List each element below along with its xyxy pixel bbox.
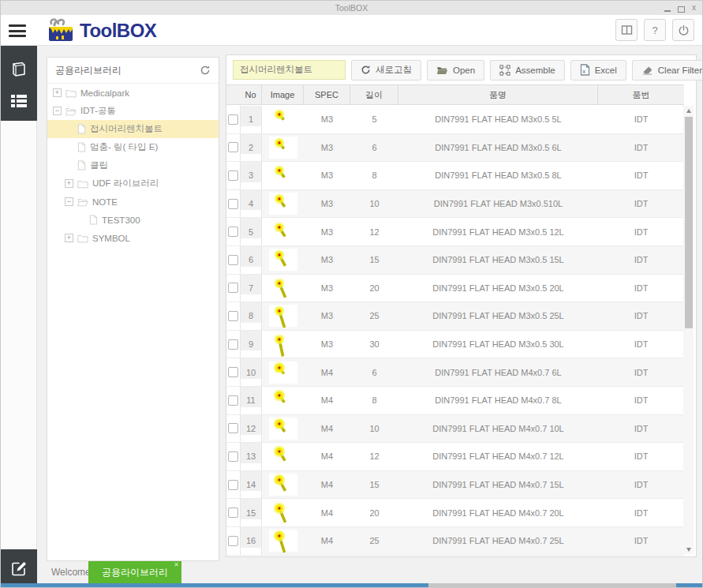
table-row[interactable]: 1 M3 5 DIN7991 FLAT HEAD M3x0.5 5L IDT (226, 106, 684, 134)
tree-refresh-button[interactable] (200, 65, 211, 76)
col-no[interactable]: No (240, 85, 262, 104)
table-row[interactable]: 15 M4 20 DIN7991 FLAT HEAD M4x0.7 20L ID… (226, 499, 684, 527)
split-view-button[interactable] (615, 19, 638, 41)
cell-length: 10 (350, 415, 398, 443)
cell-spec: M4 (304, 415, 350, 443)
cell-length: 25 (350, 527, 398, 555)
scrollbar-thumb[interactable] (685, 117, 693, 328)
table-row[interactable]: 14 M4 15 DIN7991 FLAT HEAD M4x0.7 15L ID… (226, 471, 684, 500)
tree-item[interactable]: 멈춤- 링( 타입 E) (47, 138, 219, 156)
tree-item[interactable]: + Medicalpark (47, 84, 219, 102)
col-spec[interactable]: SPEC (304, 85, 350, 104)
scroll-up-icon[interactable] (683, 106, 694, 115)
folder-open-icon (65, 107, 77, 116)
row-checkbox[interactable] (228, 339, 238, 350)
cell-no: 6 (240, 246, 262, 274)
table-row[interactable]: 2 M3 6 DIN7991 FLAT HEAD M3x0.5 6L IDT (226, 134, 684, 163)
cell-no: 10 (240, 358, 262, 386)
tree-expander-icon[interactable]: + (53, 88, 62, 97)
cell-spec: M4 (304, 358, 350, 386)
row-checkbox[interactable] (228, 311, 238, 321)
tree-expander-icon[interactable]: − (65, 197, 73, 206)
tree-item[interactable]: − IDT-공통 (47, 102, 219, 120)
open-button[interactable]: Open (427, 60, 484, 81)
table-row[interactable]: 3 M3 8 DIN7991 FLAT HEAD M3x0.5 8L IDT (226, 162, 684, 190)
cell-code: IDT (598, 218, 684, 245)
col-code[interactable]: 품번 (598, 85, 684, 104)
row-checkbox[interactable] (228, 367, 238, 377)
tree-item[interactable]: + SYMBOL (47, 229, 219, 247)
row-checkbox[interactable] (228, 507, 238, 518)
table-row[interactable]: 13 M4 12 DIN7991 FLAT HEAD M4x0.7 12L ID… (226, 443, 684, 471)
tree-item-list: + Medicalpark − IDT-공통 접시머리렌치볼트 멈춤- 링( 타… (47, 84, 219, 247)
cell-name: DIN7991 FLAT HEAD M4x0.7 15L (398, 471, 598, 499)
row-checkbox[interactable] (228, 283, 238, 293)
table-row[interactable]: 6 M3 15 DIN7991 FLAT HEAD M3x0.5 15L IDT (226, 246, 684, 275)
refresh-list-button[interactable]: 새로고침 (351, 60, 421, 81)
bolt-image (269, 333, 297, 355)
tree-expander-icon[interactable]: − (53, 107, 62, 115)
row-checkbox[interactable] (228, 199, 238, 209)
vertical-scrollbar[interactable] (683, 106, 694, 554)
bolt-image (269, 361, 297, 384)
cell-length: 8 (350, 162, 398, 189)
table-row[interactable]: 12 M4 10 DIN7991 FLAT HEAD M4x0.7 10L ID… (226, 415, 684, 444)
cell-spec: M3 (304, 275, 350, 302)
table-row[interactable]: 11 M4 8 DIN7991 FLAT HEAD M4x0.7 8L IDT (226, 387, 684, 415)
row-checkbox[interactable] (228, 480, 238, 490)
cell-no: 14 (240, 471, 262, 499)
row-checkbox[interactable] (228, 255, 238, 265)
col-image[interactable]: Image (262, 85, 304, 104)
cell-name: DIN7991 FLAT HEAD M3x0.5 8L (398, 162, 598, 189)
table-row[interactable]: 9 M3 30 DIN7991 FLAT HEAD M3x0.5 30L IDT (226, 331, 684, 359)
row-checkbox[interactable] (228, 114, 238, 125)
file-icon (77, 142, 86, 152)
table-row[interactable]: 10 M4 6 DIN7991 FLAT HEAD M4x0.7 6L IDT (226, 358, 684, 387)
tab-close-icon[interactable]: ✕ (174, 562, 179, 568)
row-checkbox[interactable] (228, 423, 238, 433)
excel-button[interactable]: x Excel (570, 60, 626, 81)
tab-welcome[interactable]: Welcome (51, 567, 91, 578)
folder-icon (65, 88, 77, 98)
row-checkbox[interactable] (228, 451, 238, 462)
clear-filter-button[interactable]: Clear Filter (632, 60, 703, 81)
tree-expander-icon[interactable]: + (65, 179, 73, 188)
maximize-icon[interactable] (678, 6, 685, 13)
list-nav-button[interactable] (9, 92, 28, 110)
eraser-icon (641, 65, 653, 75)
row-checkbox[interactable] (228, 227, 238, 237)
cell-spec: M4 (304, 499, 350, 526)
row-checkbox[interactable] (228, 142, 238, 152)
hamburger-menu-icon[interactable] (9, 24, 26, 37)
row-checkbox[interactable] (228, 536, 238, 546)
cell-length: 30 (350, 331, 398, 358)
book-icon (10, 62, 28, 77)
library-nav-button[interactable] (9, 60, 28, 79)
tab-library[interactable]: 공용라이브러리 ✕ (88, 561, 181, 584)
tree-item[interactable]: + UDF 라이브러리 (47, 174, 219, 193)
col-name[interactable]: 품명 (398, 85, 598, 104)
power-button[interactable] (672, 19, 694, 41)
col-length[interactable]: 길이 (350, 85, 398, 104)
table-row[interactable]: 4 M3 10 DIN7991 FLAT HEAD M3x0.510L IDT (226, 190, 684, 219)
tree-item[interactable]: TEST300 (47, 211, 219, 229)
row-checkbox[interactable] (228, 170, 238, 181)
row-checkbox[interactable] (228, 395, 238, 406)
close-icon[interactable]: x (692, 2, 696, 13)
tree-item[interactable]: 접시머리렌치볼트 (47, 120, 219, 138)
assemble-button[interactable]: Assemble (490, 60, 565, 81)
table-row[interactable]: 5 M3 12 DIN7991 FLAT HEAD M3x0.5 12L IDT (226, 218, 684, 246)
tree-item[interactable]: − NOTE (47, 193, 219, 211)
help-button[interactable]: ? (644, 19, 666, 41)
cell-name: DIN7991 FLAT HEAD M3x0.5 20L (398, 275, 598, 302)
minimize-icon[interactable] (664, 10, 671, 12)
tree-expander-icon[interactable]: + (65, 234, 73, 242)
table-row[interactable]: 7 M3 20 DIN7991 FLAT HEAD M3x0.5 20L IDT (226, 275, 684, 303)
table-row[interactable]: 16 M4 25 DIN7991 FLAT HEAD M4x0.7 25L ID… (226, 527, 684, 556)
scroll-down-icon[interactable] (683, 545, 694, 554)
cell-no: 16 (240, 527, 262, 555)
library-tree-panel: 공용라리브러리 + Medicalpark − IDT-공통 접시머리렌치볼트 … (47, 57, 219, 561)
table-row[interactable]: 8 M3 25 DIN7991 FLAT HEAD M3x0.5 25L IDT (226, 302, 684, 331)
filter-input[interactable] (233, 60, 346, 80)
tree-item[interactable]: 클립 (47, 156, 219, 174)
